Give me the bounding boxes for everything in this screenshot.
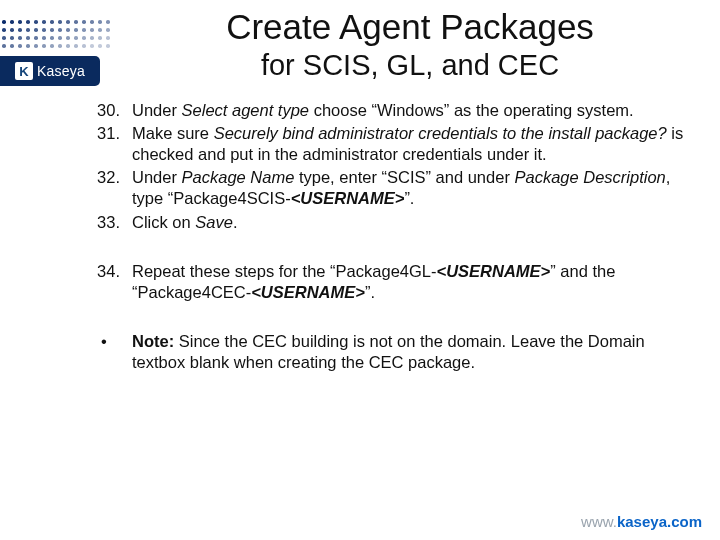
logo-tab: K Kaseya — [0, 56, 100, 86]
url-domain: kaseya.com — [617, 513, 702, 530]
note-text: Note: Since the CEC building is not on t… — [132, 331, 690, 373]
brand-logo: K Kaseya — [0, 18, 110, 92]
step-34: 34. Repeat these steps for the “Package4… — [88, 261, 690, 303]
slide-title: Create Agent Packages for SCIS, GL, and … — [120, 8, 700, 82]
title-main: Create Agent Packages — [120, 8, 700, 47]
logo-brand-text: Kaseya — [37, 63, 85, 79]
url-www: www. — [581, 513, 617, 530]
step-number: 33. — [88, 212, 132, 233]
title-sub: for SCIS, GL, and CEC — [120, 49, 700, 82]
step-31: 31. Make sure Securely bind administrato… — [88, 123, 690, 165]
step-30: 30. Under Select agent type choose “Wind… — [88, 100, 690, 121]
step-number: 30. — [88, 100, 132, 121]
step-number: 31. — [88, 123, 132, 165]
step-33: 33. Click on Save. — [88, 212, 690, 233]
logo-k-icon: K — [15, 62, 33, 80]
step-text: Under Select agent type choose “Windows”… — [132, 100, 690, 121]
step-text: Repeat these steps for the “Package4GL-<… — [132, 261, 690, 303]
step-text: Under Package Name type, enter “SCIS” an… — [132, 167, 690, 209]
bullet-icon: • — [88, 331, 132, 373]
step-text: Click on Save. — [132, 212, 690, 233]
step-number: 32. — [88, 167, 132, 209]
note-bullet: • Note: Since the CEC building is not on… — [88, 331, 690, 373]
step-text: Make sure Securely bind administrator cr… — [132, 123, 690, 165]
step-number: 34. — [88, 261, 132, 303]
footer-url: www.kaseya.com — [581, 513, 702, 530]
step-32: 32. Under Package Name type, enter “SCIS… — [88, 167, 690, 209]
slide-body: 30. Under Select agent type choose “Wind… — [88, 100, 690, 373]
logo-dot-grid — [0, 18, 110, 52]
